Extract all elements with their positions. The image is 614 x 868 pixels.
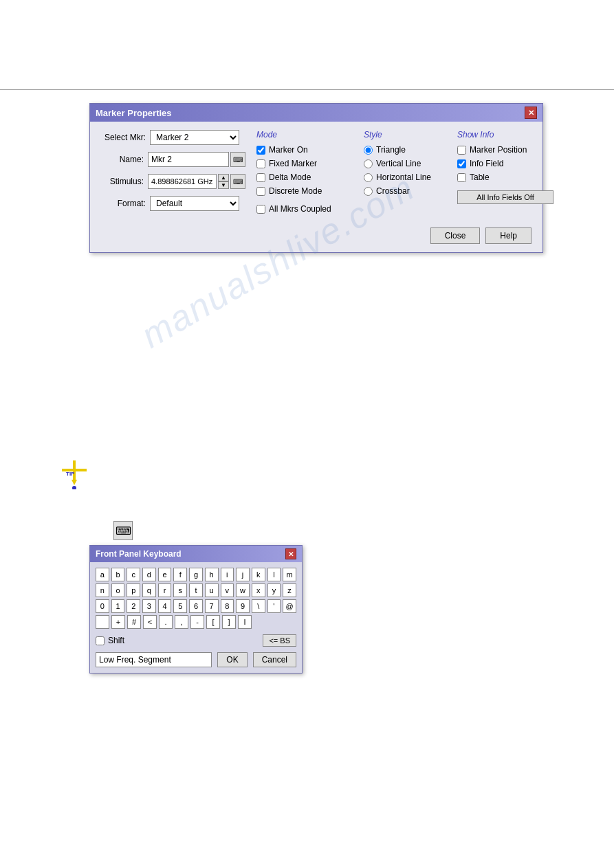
keyboard-shift-checkbox[interactable] xyxy=(96,636,105,645)
keyboard-icon-button[interactable]: ⌨ xyxy=(113,521,133,540)
key-0[interactable]: 0 xyxy=(96,599,109,613)
key-lbracket[interactable]: [ xyxy=(206,615,220,629)
keyboard-icon: ⌨ xyxy=(116,524,131,537)
name-keyboard-icon[interactable]: ⌨ xyxy=(230,152,245,167)
key-r[interactable]: r xyxy=(158,583,172,597)
stimulus-input-wrapper: ▲ ▼ ⌨ xyxy=(148,174,245,189)
key-5[interactable]: 5 xyxy=(173,599,187,613)
key-f[interactable]: f xyxy=(173,568,187,581)
show-info-info-field-checkbox[interactable] xyxy=(457,159,466,168)
show-info-marker-position-row: Marker Position xyxy=(457,145,553,155)
style-vertical-line-row: Vertical Line xyxy=(364,159,446,168)
key-9[interactable]: 9 xyxy=(236,599,250,613)
stimulus-spin-up[interactable]: ▲ xyxy=(218,174,229,181)
key-a[interactable]: a xyxy=(96,568,109,581)
key-t[interactable]: t xyxy=(189,583,203,597)
key-e[interactable]: e xyxy=(158,568,172,581)
key-apostrophe[interactable]: ' xyxy=(267,599,281,613)
key-u[interactable]: u xyxy=(205,583,219,597)
key-comma[interactable]: , xyxy=(175,615,188,629)
key-1[interactable]: 1 xyxy=(111,599,125,613)
key-8[interactable]: 8 xyxy=(221,599,234,613)
show-info-table-label: Table xyxy=(470,173,490,182)
mode-marker-on-checkbox[interactable] xyxy=(256,146,265,155)
keyboard-text-input[interactable] xyxy=(96,652,212,667)
key-p[interactable]: p xyxy=(127,583,140,597)
marker-dialog-footer: Close Help xyxy=(90,222,542,252)
format-row: Format: Default xyxy=(101,196,245,211)
select-mkr-row: Select Mkr: Marker 2 xyxy=(101,130,245,145)
keyboard-dialog-close-button[interactable]: ✕ xyxy=(285,548,296,559)
key-l[interactable]: l xyxy=(267,568,281,581)
key-at[interactable]: @ xyxy=(283,599,296,613)
keyboard-backspace-button[interactable]: <= BS xyxy=(263,634,296,647)
keyboard-key-rows: a b c d e f g h i j k l m n o p q r s xyxy=(96,568,296,629)
key-d[interactable]: d xyxy=(142,568,156,581)
key-plus[interactable]: + xyxy=(111,615,125,629)
mode-all-mkrs-checkbox[interactable] xyxy=(256,205,265,214)
mode-delta-mode-checkbox[interactable] xyxy=(256,173,265,182)
stimulus-input[interactable] xyxy=(148,174,217,189)
key-s[interactable]: s xyxy=(173,583,187,597)
key-backslash[interactable]: \ xyxy=(252,599,265,613)
mode-fixed-marker-checkbox[interactable] xyxy=(256,159,265,168)
key-k[interactable]: k xyxy=(252,568,265,581)
key-h[interactable]: h xyxy=(205,568,219,581)
show-info-info-field-label: Info Field xyxy=(470,159,503,168)
marker-help-button[interactable]: Help xyxy=(485,227,531,244)
key-z[interactable]: z xyxy=(283,583,296,597)
mode-discrete-mode-checkbox[interactable] xyxy=(256,187,265,196)
keyboard-row-3: 0 1 2 3 4 5 6 7 8 9 \ ' @ xyxy=(96,599,296,613)
select-mkr-dropdown[interactable]: Marker 2 xyxy=(150,130,239,145)
key-period[interactable]: . xyxy=(159,615,173,629)
name-input[interactable] xyxy=(148,152,229,167)
mode-marker-on-row: Marker On xyxy=(256,145,353,155)
key-pipe[interactable]: I xyxy=(238,615,252,629)
key-4[interactable]: 4 xyxy=(158,599,172,613)
key-g[interactable]: g xyxy=(189,568,203,581)
key-o[interactable]: o xyxy=(111,583,125,597)
keyboard-shift-wrapper: Shift xyxy=(96,636,124,645)
key-v[interactable]: v xyxy=(221,583,234,597)
key-minus[interactable]: - xyxy=(190,615,204,629)
keyboard-row-4: + # < . , - [ ] I xyxy=(96,615,296,629)
key-7[interactable]: 7 xyxy=(205,599,219,613)
key-y[interactable]: y xyxy=(267,583,281,597)
format-dropdown[interactable]: Default xyxy=(150,196,239,211)
key-x[interactable]: x xyxy=(252,583,265,597)
key-lt[interactable]: < xyxy=(143,615,157,629)
key-m[interactable]: m xyxy=(283,568,296,581)
stimulus-spin-down[interactable]: ▼ xyxy=(218,181,229,189)
all-info-fields-off-button[interactable]: All Info Fields Off xyxy=(457,190,553,204)
key-n[interactable]: n xyxy=(96,583,109,597)
keyboard-ok-button[interactable]: OK xyxy=(217,652,247,667)
marker-dialog-title: Marker Properties xyxy=(96,108,172,118)
style-crossbar-label: Crossbar xyxy=(376,186,410,196)
key-w[interactable]: w xyxy=(236,583,250,597)
keyboard-cancel-button[interactable]: Cancel xyxy=(253,652,296,667)
style-triangle-radio[interactable] xyxy=(364,146,373,155)
stimulus-keyboard-icon[interactable]: ⌨ xyxy=(230,174,245,189)
show-info-marker-position-checkbox[interactable] xyxy=(457,146,466,155)
marker-close-button[interactable]: Close xyxy=(430,227,481,244)
key-2[interactable]: 2 xyxy=(127,599,140,613)
style-crossbar-radio[interactable] xyxy=(364,187,373,196)
key-c[interactable]: c xyxy=(127,568,140,581)
marker-left-panel: Select Mkr: Marker 2 Name: ⌨ Stimulus: ▲ xyxy=(101,130,245,214)
marker-dialog-close-button[interactable]: ✕ xyxy=(525,107,537,119)
key-b[interactable]: b xyxy=(111,568,125,581)
marker-dialog-body: Select Mkr: Marker 2 Name: ⌨ Stimulus: ▲ xyxy=(90,122,542,222)
style-vertical-line-label: Vertical Line xyxy=(376,159,421,168)
style-horizontal-line-radio[interactable] xyxy=(364,173,373,182)
style-vertical-line-radio[interactable] xyxy=(364,159,373,168)
key-6[interactable]: 6 xyxy=(189,599,203,613)
show-info-table-checkbox[interactable] xyxy=(457,173,466,182)
style-title: Style xyxy=(364,130,446,140)
key-j[interactable]: j xyxy=(236,568,250,581)
key-hash[interactable]: # xyxy=(127,615,141,629)
key-q[interactable]: q xyxy=(142,583,156,597)
key-rbracket[interactable]: ] xyxy=(222,615,236,629)
key-i[interactable]: i xyxy=(221,568,234,581)
key-space[interactable] xyxy=(96,615,109,629)
key-3[interactable]: 3 xyxy=(142,599,156,613)
